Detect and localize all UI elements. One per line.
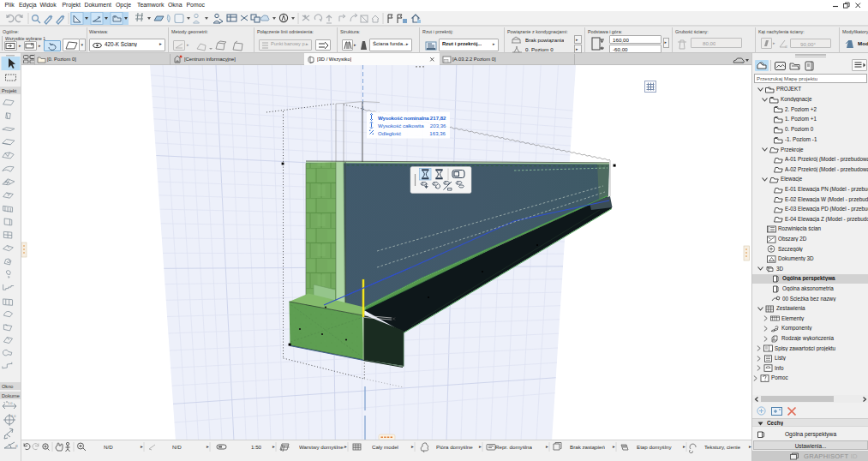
svg-text:203,36: 203,36 [430, 123, 446, 129]
svg-text:Wysokość nominalna: Wysokość nominalna [378, 115, 429, 121]
svg-text:Dokume: Dokume [2, 393, 20, 398]
svg-text:217,82: 217,82 [430, 115, 446, 121]
svg-text:163,36: 163,36 [429, 130, 446, 136]
svg-text:Projekt: Projekt [2, 88, 17, 93]
svg-text:1.0: 1.0 [8, 401, 13, 405]
svg-text:α: α [15, 444, 18, 448]
svg-text:Wysokość całkowita: Wysokość całkowita [378, 123, 424, 129]
svg-text:Okno: Okno [2, 384, 13, 389]
svg-text:Odległość: Odległość [378, 130, 401, 136]
svg-text:α: α [785, 44, 787, 49]
svg-text:1.0: 1.0 [11, 414, 16, 418]
svg-text:↓: ↓ [741, 60, 743, 64]
